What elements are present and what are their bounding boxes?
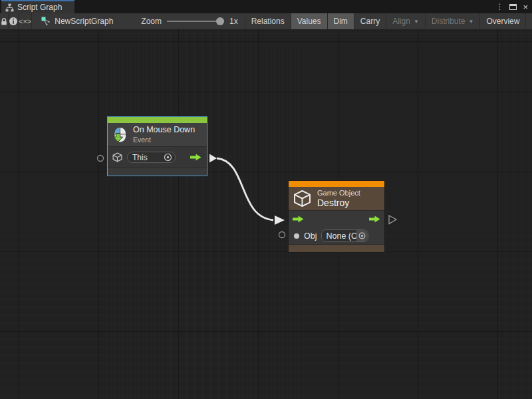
graph-breadcrumb[interactable]: NewScriptGraph: [31, 13, 122, 29]
event-target-row: This: [108, 147, 207, 168]
tab-title: Script Graph: [17, 3, 62, 12]
destroy-flow-row: [289, 211, 384, 227]
dim-button[interactable]: Dim: [327, 13, 354, 29]
destroy-accent-strip: [289, 181, 384, 187]
window-menu-icon[interactable]: ⋮: [495, 3, 503, 11]
relations-label: Relations: [251, 17, 285, 26]
info-button[interactable]: [8, 13, 18, 29]
destroy-node-category: Game Object: [317, 188, 360, 198]
values-button[interactable]: Values: [291, 13, 327, 29]
overview-button[interactable]: Overview: [479, 13, 525, 29]
flow-input-arrow-icon: [293, 215, 304, 223]
tab-strip: Script Graph ⋮ ×: [0, 0, 532, 13]
cube-icon: [112, 152, 123, 163]
code-view-button[interactable]: <×>: [18, 13, 31, 29]
graph-canvas[interactable]: On Mouse Down Event This: [0, 29, 532, 399]
event-node-header[interactable]: On Mouse Down Event: [108, 123, 207, 147]
script-graph-window: Script Graph ⋮ × <×>: [0, 0, 532, 399]
chevron-down-icon: ▼: [414, 19, 419, 25]
destroy-obj-row: Obj None (O: [289, 227, 384, 244]
window-controls: ⋮ ×: [495, 0, 532, 13]
zoom-slider[interactable]: [167, 17, 224, 25]
wire-arrowhead: [275, 215, 285, 225]
obj-value-field[interactable]: None (O: [321, 229, 368, 242]
close-icon[interactable]: ×: [523, 3, 528, 11]
carry-button[interactable]: Carry: [354, 13, 386, 29]
align-label: Align: [392, 17, 410, 26]
chevron-down-icon: ▼: [469, 19, 474, 25]
graph-asset-icon: [41, 17, 51, 26]
wires-overlay: [0, 29, 532, 399]
graph-toolbar: <×> NewScriptGraph Zoom 1x Relations Val…: [0, 13, 532, 29]
destroy-node-header[interactable]: Game Object Destroy: [289, 187, 384, 211]
dim-label: Dim: [334, 17, 348, 26]
tab-script-graph[interactable]: Script Graph: [1, 0, 74, 13]
overview-label: Overview: [486, 17, 519, 26]
graph-hierarchy-icon: [5, 3, 14, 12]
event-node-titles: On Mouse Down Event: [133, 125, 195, 144]
zoom-control: Zoom 1x: [122, 13, 244, 29]
node-destroy[interactable]: Game Object Destroy Obj None (O: [288, 180, 385, 253]
event-accent-strip: [108, 117, 207, 123]
object-picker-icon[interactable]: [163, 152, 173, 162]
flow-output-arrow-icon: [190, 154, 201, 161]
node-on-mouse-down[interactable]: On Mouse Down Event This: [107, 116, 207, 176]
zoom-value: 1x: [229, 17, 238, 26]
event-flow-output-port[interactable]: [209, 154, 217, 163]
destroy-node-title: Destroy: [317, 198, 360, 209]
graph-name: NewScriptGraph: [55, 17, 113, 26]
lock-button[interactable]: [0, 13, 8, 29]
obj-param-label: Obj: [304, 231, 317, 241]
destroy-node-titles: Game Object Destroy: [317, 188, 360, 209]
object-picker-box[interactable]: [356, 230, 368, 241]
fullscreen-button[interactable]: Full S: [525, 13, 532, 29]
maximize-icon[interactable]: [509, 4, 517, 10]
relations-button[interactable]: Relations: [245, 13, 291, 29]
wire-connection[interactable]: [217, 158, 273, 220]
event-node-footer: [108, 168, 207, 175]
distribute-button[interactable]: Distribute ▼: [425, 13, 480, 29]
values-label: Values: [297, 17, 321, 26]
code-icon: <×>: [19, 17, 31, 25]
distribute-label: Distribute: [432, 17, 466, 26]
lock-icon: [0, 17, 8, 26]
info-icon: [9, 17, 18, 26]
obj-value-text: None (O: [326, 231, 356, 241]
object-picker-icon: [358, 231, 366, 240]
target-value-field[interactable]: This: [127, 152, 176, 163]
align-button[interactable]: Align ▼: [386, 13, 425, 29]
mouse-down-icon: [111, 126, 128, 144]
zoom-slider-thumb[interactable]: [216, 17, 224, 25]
zoom-label: Zoom: [141, 17, 162, 26]
destroy-flow-output-port[interactable]: [389, 215, 396, 224]
carry-label: Carry: [360, 17, 380, 26]
destroy-node-footer: [289, 244, 384, 252]
event-node-title: On Mouse Down: [133, 125, 195, 136]
obj-value-port-dot[interactable]: [294, 233, 299, 239]
flow-output-arrow-icon: [369, 215, 380, 223]
game-object-cube-icon: [293, 189, 312, 208]
target-value-text: This: [132, 153, 163, 162]
event-node-subtitle: Event: [133, 136, 195, 144]
event-self-port[interactable]: [98, 156, 104, 162]
destroy-obj-outer-port[interactable]: [279, 232, 285, 238]
